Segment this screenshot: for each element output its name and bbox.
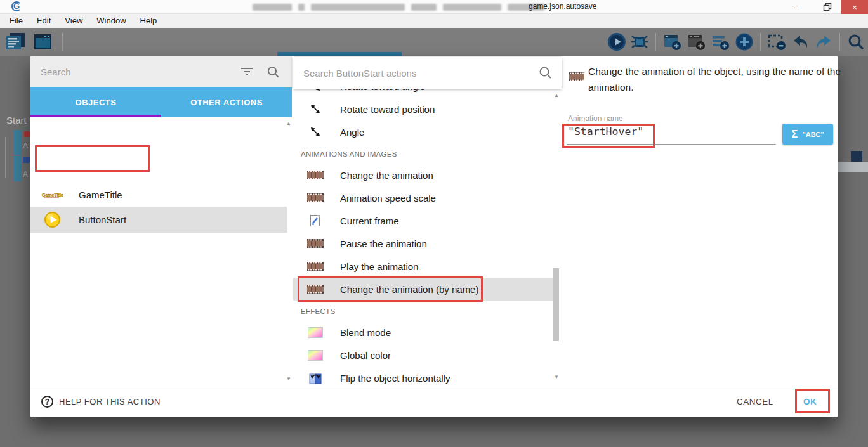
gametitle-icon: GameTitle [41,190,63,200]
rotate-icon [307,103,324,115]
panel-icon [851,151,862,162]
play-button-icon[interactable] [607,32,626,51]
footer-divider [30,387,838,387]
tab-objects[interactable]: OBJECTS [30,87,161,117]
ok-button[interactable]: OK [803,397,817,406]
action-description: Change the animation of the object, usin… [588,64,842,95]
film-icon [307,285,324,294]
add-event-icon[interactable] [662,32,683,51]
menu-view[interactable]: View [58,14,89,28]
film-icon [307,262,324,271]
scene-editor-icon[interactable] [32,32,55,52]
objects-list: GameTitleGameTitleButtonStart [30,117,287,387]
film-icon [307,171,324,179]
action-item[interactable]: Flip the object horizontally [293,366,553,387]
gdevelop-window: G game.json.autosave – × FileEditViewWin… [0,0,868,447]
film-icon [307,193,324,202]
menu-edit[interactable]: Edit [30,14,58,28]
action-item[interactable]: Blend mode [293,321,553,344]
object-item-gametitle[interactable]: GameTitleGameTitle [30,183,287,207]
action-label: Play the animation [340,261,418,272]
action-search-input[interactable] [293,68,539,79]
scrollbar-thumb[interactable] [553,268,559,341]
action-label: Blend mode [340,327,391,338]
cancel-button[interactable]: CANCEL [737,397,773,406]
action-search-box [293,57,562,89]
scroll-up-icon[interactable]: ▲ [553,93,560,98]
action-label: Pause the animation [340,238,427,249]
actions-list: Rotate toward angleRotate toward positio… [293,75,553,387]
event-icon [24,131,30,137]
add-circle-icon[interactable] [735,32,754,51]
sigma-icon: Σ [791,128,798,141]
scroll-down-icon[interactable]: ▼ [553,374,560,380]
title-bar: G game.json.autosave – × [0,0,868,14]
action-label: Change the animation [340,170,433,181]
undo-icon[interactable] [791,32,810,51]
field-underline [567,144,776,145]
action-item[interactable]: Angle [293,120,553,143]
action-item[interactable]: Play the animation [293,255,553,278]
tab-other-actions[interactable]: OTHER ACTIONS [161,87,292,117]
action-item[interactable]: Rotate toward position [293,98,553,120]
restore-button[interactable] [813,0,841,14]
action-label: Flip the object horizontally [340,373,450,384]
action-item[interactable]: Animation speed scale [293,186,553,209]
action-item[interactable]: Pause the animation [293,232,553,255]
action-label: Current frame [340,216,399,226]
menu-help[interactable]: Help [133,14,164,28]
filter-icon[interactable] [240,67,253,77]
object-name: ButtonStart [79,214,126,225]
action-label: Global color [340,350,391,361]
toolbar [0,28,868,56]
menu-file[interactable]: File [3,14,30,28]
event-block [14,130,21,155]
rainbow-icon [307,327,324,338]
redacted-path [253,3,544,11]
action-label: Change the animation (by name) [340,284,478,295]
event-icon [23,157,30,163]
scroll-down-icon[interactable]: ▼ [286,376,292,382]
section-header: ANIMATIONS AND IMAGES [293,143,553,164]
add-subevent-icon[interactable] [687,32,707,51]
close-button[interactable]: × [841,0,868,14]
project-manager-icon[interactable] [4,32,27,52]
help-button[interactable]: ? HELP FOR THIS ACTION [41,396,161,408]
scene-tab-label: Start [6,115,27,126]
section-header: EFFECTS [293,301,553,321]
search-icon[interactable] [539,67,562,79]
search-icon[interactable] [267,66,279,78]
add-comment-icon[interactable] [711,32,731,51]
film-icon [307,239,324,248]
object-search-input[interactable] [30,67,240,77]
object-name: GameTitle [79,190,122,200]
svg-text:GameTitle: GameTitle [42,193,63,197]
rainbow-icon [307,350,324,361]
event-block [14,156,21,181]
action-label: Rotate toward position [340,104,435,115]
action-item[interactable]: Current frame [293,209,553,232]
scroll-up-icon[interactable]: ▲ [286,120,292,126]
debug-icon[interactable] [630,32,649,51]
flip-icon [307,372,324,384]
minimize-button[interactable]: – [784,0,813,14]
object-search-box [30,56,292,87]
menu-bar: FileEditViewWindowHelp [0,14,868,28]
action-label: Animation speed scale [340,193,436,204]
redo-icon[interactable] [814,32,833,51]
delete-selection-icon[interactable] [767,32,787,51]
action-item[interactable]: Global color [293,344,553,366]
panel-strip [838,162,868,172]
search-icon[interactable] [846,32,865,51]
action-item[interactable]: Change the animation [293,164,553,186]
frame-icon [307,214,324,227]
menu-window[interactable]: Window [89,14,133,28]
object-panel-tabs: OBJECTS OTHER ACTIONS [30,87,292,117]
buttonstart-icon [41,211,63,228]
object-item-buttonstart[interactable]: ButtonStart [30,207,287,233]
window-title: game.json.autosave [529,2,596,11]
animation-name-field[interactable] [567,121,777,141]
expression-editor-button[interactable]: Σ "ABC" [782,124,833,145]
action-item[interactable]: Change the animation (by name) [293,278,553,301]
help-icon: ? [41,396,53,408]
